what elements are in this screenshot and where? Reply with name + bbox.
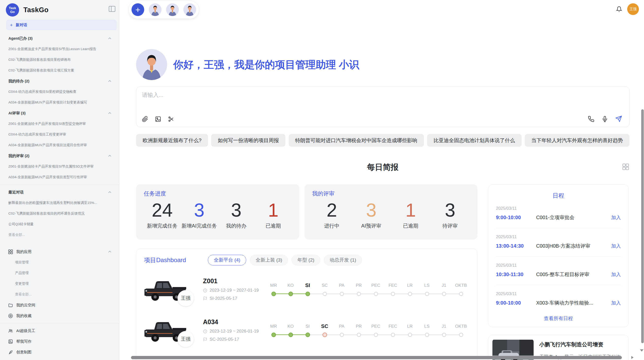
scissors-icon[interactable] [168,116,174,122]
schedule-item: 2025/03/11 9:00-10:00 X003-车辆动力学性能验... 加… [496,285,621,313]
app-item-product-mgmt[interactable]: 产品管理 [0,268,119,278]
suggestion-chip[interactable]: 如何写一份清晰的项目周报 [211,134,285,147]
milestone-dot [340,333,344,337]
sidebar-item[interactable]: C02-飞腾新能源轻客改款项目里程碑画布 [0,54,119,65]
sidebar-item[interactable]: A034-全新新能源MUV产品开发项目造型可行性评审 [0,172,119,183]
milestone-label: OKTB [452,323,470,330]
my-review-title: 我的评审 [312,190,470,198]
microphone-icon[interactable] [602,116,608,122]
favorites-label: 我的收藏 [16,313,32,318]
recent-chat-item[interactable]: 公司Q3轻卡销量 [0,219,119,230]
sidebar-section-recent-chats[interactable]: 最近对话 [0,187,119,198]
sidebar-item-ai-super-staff[interactable]: AI超级员工 [0,325,119,336]
help-me-write-label: 帮我写作 [16,339,32,344]
schedule-time: 9:00-10:00 [496,300,536,306]
scroll-down-arrow[interactable] [640,349,643,352]
sidebar-section-ai-review[interactable]: AI评审 (3) [0,108,119,118]
sidebar-section-my-review[interactable]: 我的评审 (2) [0,151,119,161]
sidebar-sections: Agent已办 (3) Z001-全新燃油皮卡产品开发项目SI节点Lesson … [0,33,119,357]
suggestion-chip[interactable]: 当下年轻人对汽车外观有怎样的喜好趋势 [525,134,630,147]
collapse-sidebar-icon[interactable] [109,6,115,12]
stat-value: 3 [218,200,255,221]
milestone-label: FEC [384,323,401,330]
tab-powertrain-dev[interactable]: 动总开发 (1) [324,255,362,265]
user-avatar[interactable]: 王强 [627,3,639,15]
milestone-label-current: SC [316,323,333,330]
feather-icon [8,350,13,355]
assistant-avatar[interactable] [183,3,196,16]
milestone-timeline: MR KO SI SC PA PR PEC FEC LR LS J1 [265,323,470,338]
tab-all-new-body[interactable]: 全新上装 (3) [250,255,288,265]
plus-icon: + [10,23,13,27]
flag-icon [203,296,207,301]
chevron-up-icon [108,80,111,82]
sidebar-item-cloud-space[interactable]: 我的云空间 [0,300,119,310]
join-meeting-link[interactable]: 加入 [611,243,621,249]
assistant-avatar[interactable] [166,3,179,16]
tab-model-year[interactable]: 年型 (2) [291,255,320,265]
new-chat-button[interactable]: + 新对话 [6,20,116,30]
tab-all-new-platform[interactable]: 全新平台 (4) [208,255,246,265]
milestone-dot-done [271,333,276,337]
sidebar-item[interactable]: A034-全新新能源MUV产品开发项目计划变更表编写 [0,97,119,108]
sidebar-item[interactable]: C02-飞腾新能源轻客改款项目立项汇报方案 [0,65,119,76]
composer-right-tools [588,115,622,122]
suggestion-chip[interactable]: 欧洲新规最近颁布了什么? [136,134,208,147]
project-row-a034[interactable]: 王强 A034 2023-12-19 ~ 2026-01-19 SC-2025-… [144,313,470,347]
milestone-dot-done [305,292,310,296]
recent-chat-item[interactable]: C02-飞腾新能源轻客改款项目的闭环通告反馈情况 [0,208,119,219]
vertical-scrollbar-thumb[interactable] [641,109,644,343]
milestone-dot [323,292,327,296]
milestone-label: LR [401,323,418,330]
suggestion-chip[interactable]: 比亚迪全固态电池计划具体说了什么 [427,134,522,147]
project-dashboard-title: 项目Dashboard [144,256,186,264]
milestone-dot-done [305,333,310,337]
app-item-project-mgmt[interactable]: 项目管理 [0,257,119,268]
join-meeting-link[interactable]: 加入 [611,271,621,278]
view-all-chats-link[interactable]: 查看全部... [0,230,119,240]
join-meeting-link[interactable]: 加入 [611,300,621,306]
sidebar-item[interactable]: Z001-全新燃油轻卡产品开发项目SI造型提交物评审 [0,118,119,129]
app-item-change-mgmt[interactable]: 变更管理 [0,278,119,289]
sidebar-section-my-todo[interactable]: 我的待办 (2) [0,76,119,86]
sidebar-section-agent-done[interactable]: Agent已办 (3) [0,33,119,44]
sidebar-item[interactable]: Z001-全新燃油轻卡产品开发项目SI节点属性5D文件评审 [0,161,119,172]
stat-label: 待评审 [430,222,470,229]
recent-chat-item[interactable]: 解释最新出台的欧盟报废车法规再生塑料比例被调至15%... [0,198,119,208]
logo-line2: Go [10,10,15,14]
view-all-schedule-link[interactable]: 查看所有日程 [496,315,621,322]
milestone-label: SI [299,323,316,330]
project-row-z001[interactable]: 王强 Z001 2023-12-19 ~ 2027-01-19 SI-2025-… [144,272,470,306]
sidebar-item[interactable]: Z001-全新燃油皮卡产品开发项目SI节点Lesson Learn报告 [0,44,119,54]
sidebar-item[interactable]: A034-全新新能源MUV产品开发项目法规符合性评审 [0,140,119,151]
schedule-date: 2025/03/11 [496,234,621,239]
sidebar-item-my-apps[interactable]: 我的应用 [0,246,119,257]
add-assistant-button[interactable]: + [131,3,144,16]
attachment-icon[interactable] [142,116,148,122]
suggestion-chip[interactable]: 特朗普可能对进口汽车增税会对中国车企造成哪些影响 [289,134,424,147]
scroll-right-arrow[interactable] [631,356,634,359]
layout-grid-icon[interactable] [622,163,629,170]
sidebar-item-favorites[interactable]: 我的收藏 [0,310,119,321]
sidebar-item-help-me-write[interactable]: 帮我写作 [0,336,119,347]
milestone-dot [374,292,378,296]
sidebar-item[interactable]: C0X4-动力总成开发项目SI里程碑提交物检查 [0,86,119,97]
grid-icon [8,249,13,254]
horizontal-scrollbar-thumb[interactable] [131,356,622,359]
notification-bell-icon[interactable] [616,6,622,12]
image-upload-icon[interactable] [155,116,161,122]
sidebar-item-creative-drawing[interactable]: 创意制图 [0,347,119,357]
chat-input[interactable] [141,91,600,109]
send-icon[interactable] [615,115,622,122]
phone-call-icon[interactable] [588,116,594,122]
stat-label: AI预评审 [352,222,391,229]
sidebar-item[interactable]: C0X4-动力总成开发项目工程变更评审 [0,129,119,140]
stat-pending-review: 3 待评审 [430,200,470,229]
schedule-time: 10:30-11:30 [496,272,536,277]
suggestion-chips: 欧洲新规最近颁布了什么? 如何写一份清晰的项目周报 特朗普可能对进口汽车增税会对… [136,134,630,147]
assistant-avatar[interactable] [149,3,162,16]
view-all-apps-link[interactable]: 查看全部... [0,289,119,300]
milestone-label: KO [282,282,299,289]
schedule-time: 9:00-10:00 [496,215,536,220]
join-meeting-link[interactable]: 加入 [611,214,621,221]
